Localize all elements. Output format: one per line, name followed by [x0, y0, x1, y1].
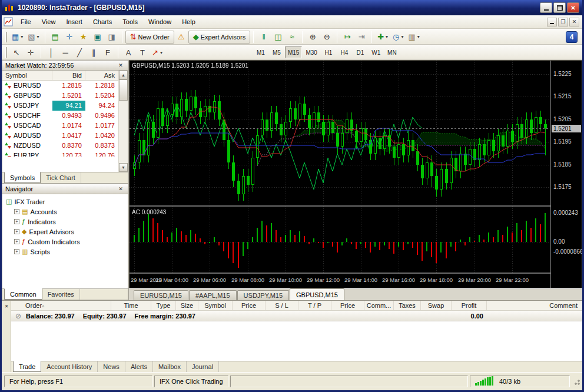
new-order-button[interactable]: ⇅New Order	[125, 31, 174, 44]
market-watch-row[interactable]: NZDUSD0.83700.8373	[2, 141, 118, 151]
terminal-tab-alerts[interactable]: Alerts	[125, 361, 153, 372]
terminal-tab-news[interactable]: News	[98, 361, 125, 372]
cursor-button[interactable]: ↖	[9, 46, 24, 59]
terminal-tab-account-history[interactable]: Account History	[41, 361, 98, 372]
timeframe-m15[interactable]: M15	[285, 46, 302, 58]
terminal-column-type[interactable]: Type	[151, 301, 176, 310]
timeframe-m5[interactable]: M5	[269, 46, 284, 58]
one-click-trading-cell[interactable]: IFX One Click Trading	[154, 376, 228, 387]
timeframe-m30[interactable]: M30	[303, 46, 320, 58]
time-axis[interactable]: 29 Mar 201329 Mar 04:0029 Mar 06:0029 Ma…	[130, 274, 550, 288]
line-chart-button[interactable]: ≈	[285, 31, 299, 44]
terminal-column-size[interactable]: Size	[176, 301, 198, 310]
important-button[interactable]: ⚠	[174, 31, 188, 44]
market-watch-row[interactable]: EURJPY120.73120.76	[2, 151, 118, 157]
channel-button[interactable]: ∥	[87, 46, 101, 59]
mdi-restore-button[interactable]: ❐	[558, 18, 568, 26]
market-watch-header[interactable]: Market Watch: 23:59:56 ✕	[2, 60, 128, 71]
fibonacci-button[interactable]: F	[101, 46, 115, 59]
close-button[interactable]: ✕	[567, 2, 579, 13]
terminal-column-order[interactable]: Order ▵	[11, 301, 111, 310]
terminal-column-price[interactable]: Price	[233, 301, 266, 310]
menu-tools[interactable]: Tools	[117, 16, 143, 27]
tree-item-accounts[interactable]: +▤Accounts	[2, 207, 128, 217]
expand-plus-icon[interactable]: +	[14, 239, 19, 244]
terminal-column-t-p[interactable]: T / P	[298, 301, 331, 310]
indicators-button[interactable]: ✚▾	[375, 31, 390, 44]
title-bar[interactable]: 1020890: InstaTrader - [GBPUSD,M15] ✕	[2, 0, 582, 15]
market-watch-row[interactable]: USDCHF0.94930.9496	[2, 111, 118, 121]
market-watch-row[interactable]: AUDUSD1.04171.0420	[2, 131, 118, 141]
timeframe-h1[interactable]: H1	[321, 46, 336, 58]
arrows-button[interactable]: ↗▾	[150, 46, 165, 59]
terminal-tab-journal[interactable]: Journal	[187, 361, 219, 372]
trendline-button[interactable]: ╱	[72, 46, 87, 59]
expand-plus-icon[interactable]: +	[14, 249, 19, 254]
templates-button[interactable]: ▥▾	[406, 31, 422, 44]
close-icon[interactable]: ✕	[117, 186, 125, 192]
auto-scroll-button[interactable]: ↦	[340, 31, 354, 44]
candlestick-chart-button[interactable]: ◫	[271, 31, 285, 44]
terminal-column-swap[interactable]: Swap	[421, 301, 452, 310]
resize-grip[interactable]	[573, 378, 580, 385]
navigator-tab-favorites[interactable]: Favorites	[42, 289, 80, 300]
profiles-button[interactable]: ▧▾	[25, 31, 41, 44]
text-label-button[interactable]: T	[135, 46, 150, 59]
terminal-column-profit[interactable]: Profit	[452, 301, 487, 310]
tree-item-scripts[interactable]: +▥Scripts	[2, 247, 128, 257]
chart-shift-button[interactable]: ⇥	[354, 31, 369, 44]
terminal-button[interactable]: ▣	[91, 31, 105, 44]
timeframe-mn[interactable]: MN	[384, 46, 400, 58]
tree-item-expert-advisors[interactable]: +◆Expert Advisors	[2, 227, 128, 237]
toolbar-grip[interactable]	[5, 47, 7, 58]
market-watch-row[interactable]: USDJPY94.2194.24	[2, 101, 118, 111]
column-header-bid[interactable]: Bid	[52, 71, 85, 80]
terminal-column-time[interactable]: Time	[111, 301, 151, 310]
menu-file[interactable]: File	[15, 16, 36, 27]
bar-chart-button[interactable]: ‖	[257, 31, 271, 44]
price-axis[interactable]: 1.52251.52151.52051.51951.51851.51751.52…	[550, 61, 582, 288]
new-chart-button[interactable]: ▦▾	[9, 31, 25, 44]
terminal-tab-mailbox[interactable]: Mailbox	[153, 361, 187, 372]
market-watch-row[interactable]: GBPUSD1.52011.5204	[2, 91, 118, 101]
mdi-close-button[interactable]: ✕	[569, 18, 579, 26]
zoom-in-button[interactable]: ⊕	[306, 31, 320, 44]
column-header-ask[interactable]: Ask	[85, 71, 118, 80]
instaforex-logo[interactable]: 4	[566, 31, 578, 43]
strategy-tester-button[interactable]: ◨	[105, 31, 119, 44]
scroll-down-icon[interactable]: ▼	[119, 163, 128, 172]
menu-charts[interactable]: Charts	[88, 16, 117, 27]
data-window-button[interactable]: ✛	[62, 31, 77, 44]
market-watch-tab-symbols[interactable]: Symbols	[4, 172, 41, 183]
price-chart-canvas[interactable]	[130, 61, 550, 205]
market-watch-tab-tick-chart[interactable]: Tick Chart	[41, 172, 81, 183]
market-watch-row[interactable]: EURUSD1.28151.2818	[2, 81, 118, 91]
scrollbar-thumb[interactable]	[119, 79, 128, 101]
terminal-column-comment[interactable]: Comment	[487, 301, 582, 310]
chart-tab-aapl-m15[interactable]: #AAPL,M15	[189, 290, 237, 300]
terminal-column-taxes[interactable]: Taxes	[394, 301, 421, 310]
text-button[interactable]: A	[121, 46, 135, 59]
column-header-symbol[interactable]: Symbol	[2, 71, 52, 80]
chart-tab-eurusd-m15[interactable]: EURUSD,M15	[134, 290, 188, 300]
minimize-button[interactable]	[540, 2, 552, 13]
timeframe-w1[interactable]: W1	[369, 46, 384, 58]
terminal-column-comm[interactable]: Comm...	[364, 301, 394, 310]
timeframe-d1[interactable]: D1	[353, 46, 368, 58]
expand-plus-icon[interactable]: +	[14, 229, 19, 234]
balance-row[interactable]: ⊘ Balance: 230.97 Equity: 230.97 Free ma…	[11, 311, 582, 321]
scroll-up-icon[interactable]: ▲	[119, 71, 128, 79]
expand-plus-icon[interactable]: +	[14, 219, 19, 224]
tree-item-indicators[interactable]: +ƒIndicators	[2, 217, 128, 227]
navigator-button[interactable]: ★	[77, 31, 91, 44]
mdi-minimize-button[interactable]	[547, 18, 557, 26]
menu-window[interactable]: Window	[143, 16, 177, 27]
market-watch-scrollbar[interactable]: ▲ ▼	[118, 71, 128, 172]
terminal-column-s-l[interactable]: S / L	[266, 301, 298, 310]
timeframe-h4[interactable]: H4	[337, 46, 352, 58]
tree-item-custom-indicators[interactable]: +ƒCustom Indicators	[2, 237, 128, 247]
expert-advisors-button[interactable]: ◆Expert Advisors	[188, 31, 250, 44]
terminal-column-price[interactable]: Price	[331, 301, 364, 310]
toolbar-grip[interactable]	[5, 32, 7, 42]
navigator-tab-common[interactable]: Common	[4, 288, 42, 300]
